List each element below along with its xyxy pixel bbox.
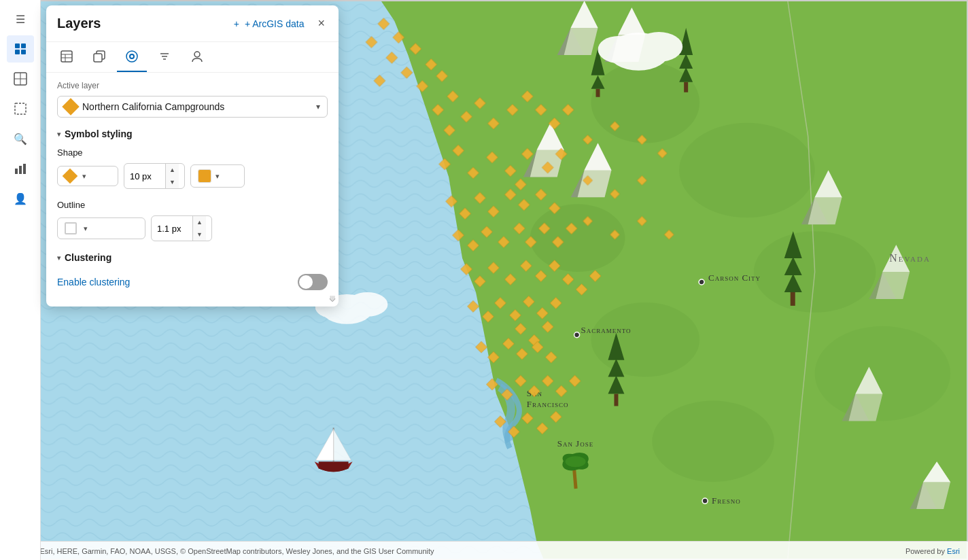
add-data-label: + ArcGIS data [245, 18, 305, 29]
shape-diamond-icon [63, 169, 78, 184]
svg-point-8 [652, 401, 774, 483]
shape-type-arrow: ▾ [82, 172, 86, 181]
svg-rect-168 [21, 50, 26, 54]
enable-clustering-label[interactable]: Enable clustering [57, 277, 130, 287]
symbol-styling-section-header[interactable]: ▾ Symbol styling [57, 128, 328, 139]
powered-by: Powered by Esri [905, 547, 960, 555]
panel-header: Layers + + ArcGIS data × [46, 5, 339, 42]
profile-button[interactable]: 👤 [7, 185, 34, 212]
shape-size-spinner: ▲ ▼ [165, 164, 179, 188]
svg-rect-165 [15, 43, 20, 48]
clustering-section-header[interactable]: ▾ Clustering [57, 252, 328, 263]
svg-rect-166 [21, 43, 26, 48]
enable-clustering-toggle[interactable] [298, 274, 328, 290]
svg-point-54 [598, 36, 639, 63]
basemap-button[interactable] [7, 65, 34, 92]
outline-size-input-wrap: ▲ ▼ [151, 215, 212, 241]
svg-point-58 [699, 279, 704, 285]
shape-label: Shape [57, 147, 328, 158]
symbol-styling-title: Symbol styling [65, 128, 133, 139]
tab-style[interactable] [117, 42, 147, 72]
active-layer-name: Northern California Campgrounds [82, 101, 311, 112]
tab-filter[interactable] [150, 42, 179, 72]
svg-point-59 [574, 332, 580, 338]
outline-type-arrow: ▾ [84, 224, 88, 233]
panel-tabs [46, 42, 339, 73]
svg-text:Sacramento: Sacramento [581, 325, 632, 335]
shape-controls: ▾ ▲ ▼ ▾ [57, 163, 328, 189]
panel-resize-handle[interactable]: ⟱ [329, 294, 336, 304]
attribution-text: Sources: Esri, HERE, Garmin, FAO, NOAA, … [8, 547, 434, 555]
layers-panel: Layers + + ArcGIS data × [46, 5, 339, 307]
tab-copy[interactable] [84, 42, 114, 72]
svg-point-7 [815, 326, 950, 421]
svg-point-184 [131, 55, 133, 58]
tab-people[interactable] [182, 42, 212, 72]
search-button[interactable]: 🔍 [7, 125, 34, 152]
panel-body: Active layer Northern California Campgro… [46, 73, 339, 301]
svg-rect-39 [684, 82, 688, 92]
svg-text:Francisco: Francisco [527, 399, 569, 409]
menu-button[interactable]: ☰ [7, 5, 34, 33]
active-layer-dropdown[interactable]: Northern California Campgrounds ▾ [57, 96, 328, 118]
layer-diamond-icon [62, 98, 79, 115]
svg-point-3 [679, 123, 814, 218]
shape-type-selector[interactable]: ▾ [57, 166, 118, 186]
clustering-collapse-arrow-icon: ▾ [57, 254, 60, 262]
attribution-bar: Sources: Esri, HERE, Garmin, FAO, NOAA, … [0, 541, 968, 560]
svg-point-188 [194, 52, 200, 57]
outline-color-selector[interactable]: ▾ [57, 217, 145, 239]
svg-rect-172 [15, 103, 26, 114]
svg-rect-47 [791, 292, 795, 306]
shape-color-button[interactable]: ▾ [190, 164, 245, 188]
outline-size-spinner: ▲ ▼ [192, 216, 206, 241]
svg-point-60 [702, 498, 708, 504]
svg-rect-176 [61, 51, 72, 62]
svg-rect-173 [15, 169, 18, 174]
panel-title: Layers [57, 16, 223, 31]
svg-point-51 [566, 456, 586, 467]
plus-icon: + [234, 18, 239, 29]
shape-color-swatch [198, 169, 211, 183]
shape-size-down[interactable]: ▼ [166, 176, 179, 188]
selection-button[interactable] [7, 95, 34, 122]
left-toolbar: ☰ 🔍 👤 [0, 0, 41, 560]
clustering-title: Clustering [65, 252, 111, 263]
svg-text:Carson City: Carson City [708, 273, 761, 283]
outline-size-up[interactable]: ▲ [193, 216, 206, 228]
svg-text:San Jose: San Jose [557, 438, 593, 449]
outline-size-down[interactable]: ▼ [193, 228, 206, 241]
close-panel-button[interactable]: × [315, 14, 328, 33]
active-layer-label: Active layer [57, 81, 328, 90]
svg-point-56 [347, 292, 388, 317]
svg-rect-167 [15, 50, 20, 54]
svg-rect-174 [19, 166, 22, 174]
svg-rect-181 [94, 54, 102, 62]
clustering-section: ▾ Clustering Enable clustering [57, 252, 328, 293]
svg-text:Fresno: Fresno [712, 495, 741, 506]
esri-link[interactable]: Esri [947, 547, 960, 555]
svg-rect-175 [23, 164, 26, 174]
svg-rect-43 [614, 394, 618, 406]
outline-form-row: Outline ▾ ▲ ▼ [57, 200, 328, 241]
outline-color-swatch [65, 222, 77, 234]
outline-size-input[interactable] [152, 220, 192, 238]
dropdown-arrow-icon: ▾ [316, 102, 320, 111]
clustering-row: Enable clustering [57, 271, 328, 293]
layers-button[interactable] [7, 35, 34, 63]
shape-form-row: Shape ▾ ▲ ▼ ▾ [57, 147, 328, 189]
chart-button[interactable] [7, 155, 34, 182]
add-arcgis-data-button[interactable]: + + ArcGIS data [228, 16, 310, 32]
shape-color-arrow: ▾ [215, 172, 220, 181]
collapse-arrow-icon: ▾ [57, 130, 60, 138]
outline-controls: ▾ ▲ ▼ [57, 215, 328, 241]
svg-text:Nevada: Nevada [889, 252, 931, 264]
svg-point-6 [591, 302, 700, 377]
outline-label: Outline [57, 200, 328, 210]
shape-size-up[interactable]: ▲ [166, 164, 179, 176]
svg-rect-35 [596, 89, 600, 97]
tab-table[interactable] [52, 42, 82, 72]
shape-size-input[interactable] [124, 167, 165, 186]
svg-point-53 [635, 32, 682, 62]
shape-size-input-wrap: ▲ ▼ [124, 163, 185, 189]
